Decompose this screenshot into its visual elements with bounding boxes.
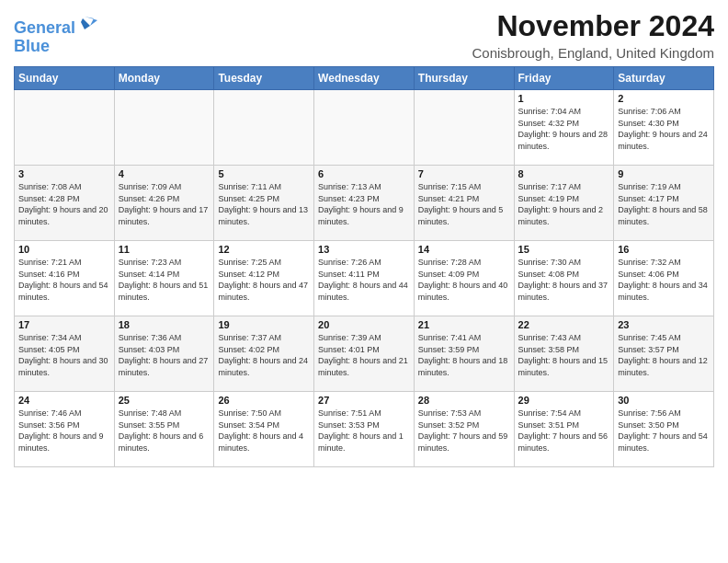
cell-1-2: 5Sunrise: 7:11 AM Sunset: 4:25 PM Daylig…	[214, 166, 314, 241]
week-row-2: 10Sunrise: 7:21 AM Sunset: 4:16 PM Dayli…	[15, 241, 714, 316]
calendar-header-row: Sunday Monday Tuesday Wednesday Thursday…	[15, 67, 714, 90]
cell-0-1	[114, 90, 214, 166]
cell-2-3: 13Sunrise: 7:26 AM Sunset: 4:11 PM Dayli…	[314, 241, 415, 316]
day-num-15: 15	[518, 244, 610, 255]
cell-3-5: 22Sunrise: 7:43 AM Sunset: 3:58 PM Dayli…	[514, 316, 614, 392]
cell-1-0: 3Sunrise: 7:08 AM Sunset: 4:28 PM Daylig…	[15, 166, 115, 241]
calendar: Sunday Monday Tuesday Wednesday Thursday…	[14, 66, 714, 467]
col-saturday: Saturday	[614, 67, 714, 90]
col-tuesday: Tuesday	[214, 67, 314, 90]
day-info-7: Sunrise: 7:15 AM Sunset: 4:21 PM Dayligh…	[418, 181, 510, 227]
day-num-7: 7	[418, 168, 510, 179]
day-num-23: 23	[618, 319, 710, 330]
cell-4-2: 26Sunrise: 7:50 AM Sunset: 3:54 PM Dayli…	[214, 392, 314, 467]
day-info-21: Sunrise: 7:41 AM Sunset: 3:59 PM Dayligh…	[418, 332, 510, 378]
cell-1-1: 4Sunrise: 7:09 AM Sunset: 4:26 PM Daylig…	[114, 166, 214, 241]
day-info-26: Sunrise: 7:50 AM Sunset: 3:54 PM Dayligh…	[218, 408, 310, 454]
day-info-22: Sunrise: 7:43 AM Sunset: 3:58 PM Dayligh…	[518, 332, 610, 378]
svg-marker-1	[81, 18, 90, 29]
col-sunday: Sunday	[15, 67, 115, 90]
day-num-24: 24	[18, 395, 110, 406]
day-info-23: Sunrise: 7:45 AM Sunset: 3:57 PM Dayligh…	[618, 332, 710, 378]
day-num-29: 29	[518, 395, 610, 406]
logo: General Blue	[14, 13, 97, 56]
day-info-2: Sunrise: 7:06 AM Sunset: 4:30 PM Dayligh…	[618, 106, 710, 152]
day-info-29: Sunrise: 7:54 AM Sunset: 3:51 PM Dayligh…	[518, 408, 610, 454]
logo-general: General	[14, 18, 75, 37]
cell-3-6: 23Sunrise: 7:45 AM Sunset: 3:57 PM Dayli…	[614, 316, 714, 392]
cell-2-0: 10Sunrise: 7:21 AM Sunset: 4:16 PM Dayli…	[15, 241, 115, 316]
day-info-16: Sunrise: 7:32 AM Sunset: 4:06 PM Dayligh…	[618, 257, 710, 303]
cell-3-0: 17Sunrise: 7:34 AM Sunset: 4:05 PM Dayli…	[15, 316, 115, 392]
day-num-30: 30	[618, 395, 710, 406]
logo-text: General	[14, 13, 97, 38]
day-info-1: Sunrise: 7:04 AM Sunset: 4:32 PM Dayligh…	[518, 106, 610, 152]
cell-4-6: 30Sunrise: 7:56 AM Sunset: 3:50 PM Dayli…	[614, 392, 714, 467]
day-num-9: 9	[618, 168, 710, 179]
day-info-24: Sunrise: 7:46 AM Sunset: 3:56 PM Dayligh…	[18, 408, 110, 454]
cell-4-5: 29Sunrise: 7:54 AM Sunset: 3:51 PM Dayli…	[514, 392, 614, 467]
day-info-12: Sunrise: 7:25 AM Sunset: 4:12 PM Dayligh…	[218, 257, 310, 303]
cell-3-4: 21Sunrise: 7:41 AM Sunset: 3:59 PM Dayli…	[414, 316, 514, 392]
day-info-18: Sunrise: 7:36 AM Sunset: 4:03 PM Dayligh…	[119, 332, 210, 378]
main-title: November 2024	[472, 9, 714, 43]
cell-4-4: 28Sunrise: 7:53 AM Sunset: 3:52 PM Dayli…	[414, 392, 514, 467]
subtitle: Conisbrough, England, United Kingdom	[472, 45, 714, 61]
cell-0-5: 1Sunrise: 7:04 AM Sunset: 4:32 PM Daylig…	[514, 90, 614, 166]
day-num-4: 4	[119, 168, 210, 179]
day-num-14: 14	[418, 244, 510, 255]
cell-4-0: 24Sunrise: 7:46 AM Sunset: 3:56 PM Dayli…	[15, 392, 115, 467]
week-row-3: 17Sunrise: 7:34 AM Sunset: 4:05 PM Dayli…	[15, 316, 714, 392]
day-info-11: Sunrise: 7:23 AM Sunset: 4:14 PM Dayligh…	[119, 257, 210, 303]
cell-4-1: 25Sunrise: 7:48 AM Sunset: 3:55 PM Dayli…	[114, 392, 214, 467]
day-info-13: Sunrise: 7:26 AM Sunset: 4:11 PM Dayligh…	[318, 257, 410, 303]
cell-1-4: 7Sunrise: 7:15 AM Sunset: 4:21 PM Daylig…	[414, 166, 514, 241]
day-info-5: Sunrise: 7:11 AM Sunset: 4:25 PM Dayligh…	[218, 181, 310, 227]
page: General Blue November 2024 Conisbrough, …	[0, 0, 728, 563]
day-num-27: 27	[318, 395, 410, 406]
col-monday: Monday	[114, 67, 214, 90]
col-thursday: Thursday	[414, 67, 514, 90]
cell-0-6: 2Sunrise: 7:06 AM Sunset: 4:30 PM Daylig…	[614, 90, 714, 166]
cell-2-6: 16Sunrise: 7:32 AM Sunset: 4:06 PM Dayli…	[614, 241, 714, 316]
day-num-17: 17	[18, 319, 110, 330]
day-num-10: 10	[18, 244, 110, 255]
cell-2-1: 11Sunrise: 7:23 AM Sunset: 4:14 PM Dayli…	[114, 241, 214, 316]
cell-0-0	[15, 90, 115, 166]
col-wednesday: Wednesday	[314, 67, 415, 90]
day-info-4: Sunrise: 7:09 AM Sunset: 4:26 PM Dayligh…	[119, 181, 210, 227]
day-info-3: Sunrise: 7:08 AM Sunset: 4:28 PM Dayligh…	[18, 181, 110, 227]
day-num-11: 11	[119, 244, 210, 255]
cell-3-3: 20Sunrise: 7:39 AM Sunset: 4:01 PM Dayli…	[314, 316, 415, 392]
cell-0-4	[414, 90, 514, 166]
day-info-19: Sunrise: 7:37 AM Sunset: 4:02 PM Dayligh…	[218, 332, 310, 378]
cell-2-5: 15Sunrise: 7:30 AM Sunset: 4:08 PM Dayli…	[514, 241, 614, 316]
day-info-27: Sunrise: 7:51 AM Sunset: 3:53 PM Dayligh…	[318, 408, 410, 454]
day-num-6: 6	[318, 168, 410, 179]
logo-bird-icon	[77, 13, 97, 33]
day-info-17: Sunrise: 7:34 AM Sunset: 4:05 PM Dayligh…	[18, 332, 110, 378]
cell-1-5: 8Sunrise: 7:17 AM Sunset: 4:19 PM Daylig…	[514, 166, 614, 241]
day-num-21: 21	[418, 319, 510, 330]
day-num-2: 2	[618, 93, 710, 104]
day-num-22: 22	[518, 319, 610, 330]
day-num-8: 8	[518, 168, 610, 179]
title-block: November 2024 Conisbrough, England, Unit…	[472, 9, 714, 61]
cell-0-2	[214, 90, 314, 166]
day-num-18: 18	[119, 319, 210, 330]
cell-4-3: 27Sunrise: 7:51 AM Sunset: 3:53 PM Dayli…	[314, 392, 415, 467]
day-num-13: 13	[318, 244, 410, 255]
header: General Blue November 2024 Conisbrough, …	[14, 9, 714, 61]
logo-blue: Blue	[14, 38, 97, 56]
cell-3-1: 18Sunrise: 7:36 AM Sunset: 4:03 PM Dayli…	[114, 316, 214, 392]
week-row-0: 1Sunrise: 7:04 AM Sunset: 4:32 PM Daylig…	[15, 90, 714, 166]
cell-1-6: 9Sunrise: 7:19 AM Sunset: 4:17 PM Daylig…	[614, 166, 714, 241]
day-info-8: Sunrise: 7:17 AM Sunset: 4:19 PM Dayligh…	[518, 181, 610, 227]
week-row-4: 24Sunrise: 7:46 AM Sunset: 3:56 PM Dayli…	[15, 392, 714, 467]
day-num-26: 26	[218, 395, 310, 406]
day-info-30: Sunrise: 7:56 AM Sunset: 3:50 PM Dayligh…	[618, 408, 710, 454]
day-num-3: 3	[18, 168, 110, 179]
day-num-25: 25	[119, 395, 210, 406]
week-row-1: 3Sunrise: 7:08 AM Sunset: 4:28 PM Daylig…	[15, 166, 714, 241]
day-info-28: Sunrise: 7:53 AM Sunset: 3:52 PM Dayligh…	[418, 408, 510, 454]
